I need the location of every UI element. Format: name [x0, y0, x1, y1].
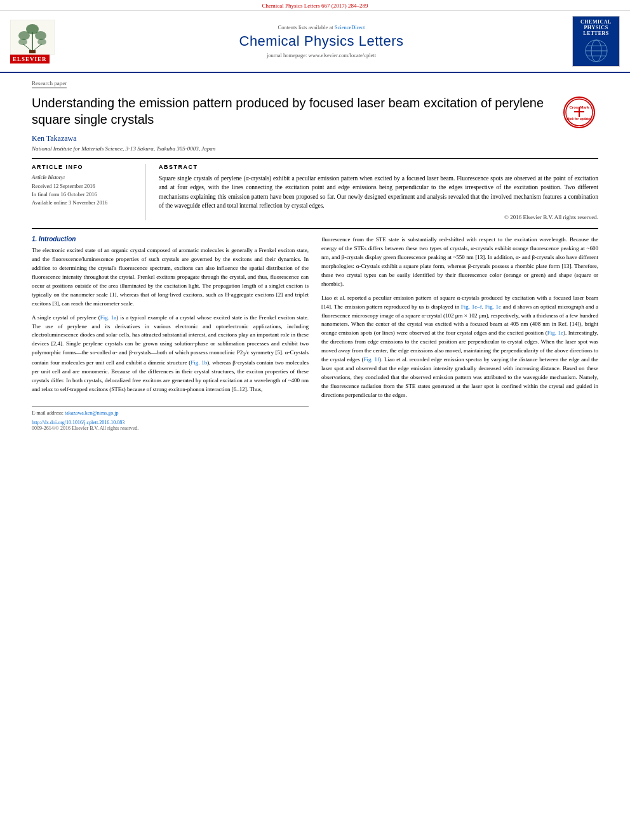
fig1a-link[interactable]: Fig. 1a [100, 314, 117, 321]
copyright-line: © 2016 Elsevier B.V. All rights reserved… [159, 214, 598, 220]
abstract-text: Square single crystals of perylene (α-cr… [159, 174, 598, 210]
introduction-heading: 1. Introduction [32, 236, 309, 243]
fig1c-link[interactable]: Fig. 1c–f [461, 303, 482, 310]
abstract-heading: ABSTRACT [159, 164, 598, 170]
article-history-label: Article history: [32, 174, 139, 180]
crossmark-badge: CrossMark click for updates [560, 95, 598, 130]
main-content: 1. Introduction The electronic excited s… [32, 228, 598, 431]
right-column: fluorescence from the STE state is subst… [321, 236, 598, 431]
svg-rect-9 [29, 50, 36, 53]
sciencedirect-link: Contents lists available at ScienceDirec… [80, 24, 563, 30]
doi-line: http://dx.doi.org/10.1016/j.cplett.2016.… [32, 420, 309, 425]
journal-title: Chemical Physics Letters [80, 33, 563, 50]
journal-citation: Chemical Physics Letters 667 (2017) 284–… [262, 3, 368, 9]
article-info-panel: ARTICLE INFO Article history: Received 1… [32, 164, 146, 220]
svg-point-4 [35, 31, 46, 40]
paper-type-label: Research paper [32, 80, 67, 88]
sciencedirect-anchor[interactable]: ScienceDirect [335, 24, 365, 30]
issn-line: 0009-2614/© 2016 Elsevier B.V. All right… [32, 425, 309, 431]
paper-title: Understanding the emission pattern produ… [32, 95, 598, 128]
journal-title-area: Contents lists available at ScienceDirec… [80, 24, 563, 58]
right-paragraph-2: Liao et al. reported a peculiar emission… [321, 294, 598, 400]
logo-line2: PHYSICS [584, 25, 608, 30]
logo-line3: LETTERS [583, 30, 608, 36]
elsevier-logo-area: ELSEVIER [10, 20, 80, 63]
crossmark-icon: CrossMark click for updates [563, 97, 595, 128]
fig1f-link[interactable]: Fig. 1f [364, 356, 379, 363]
svg-point-3 [18, 31, 30, 40]
fig1b-link[interactable]: Fig. 1b [191, 359, 207, 366]
content-area: Research paper Understanding the emissio… [0, 73, 630, 437]
final-form-date: In final form 16 October 2016 [32, 190, 139, 199]
journal-header: ELSEVIER Contents lists available at Sci… [0, 11, 630, 73]
email-label: E-mail address: [32, 410, 64, 416]
page: Chemical Physics Letters 667 (2017) 284–… [0, 0, 630, 840]
journal-sphere-icon [584, 38, 609, 63]
right-paragraph-1: fluorescence from the STE state is subst… [321, 236, 598, 289]
svg-text:click for updates: click for updates [566, 117, 592, 121]
elsevier-logo: ELSEVIER [10, 20, 80, 63]
author-name: Ken Takazawa [32, 134, 598, 143]
intro-paragraph-2: A single crystal of perylene (Fig. 1a) i… [32, 314, 309, 394]
journal-homepage: journal homepage: www.elsevier.com/locat… [80, 52, 563, 58]
footnote-area: E-mail address: takazawa.ken@nims.go.jp … [32, 406, 309, 430]
crossmark-svg: CrossMark click for updates [565, 98, 594, 127]
abstract-panel: ABSTRACT Square single crystals of peryl… [159, 164, 598, 220]
elsevier-wordmark: ELSEVIER [10, 55, 50, 63]
fig1e-link[interactable]: Fig. 1e [547, 330, 563, 336]
fig1c2-link[interactable]: Fig. 1c [485, 303, 501, 310]
journal-logo-right: CHEMICAL PHYSICS LETTERS [563, 16, 620, 67]
available-online-date: Available online 3 November 2016 [32, 199, 139, 207]
article-info-heading: ARTICLE INFO [32, 164, 139, 170]
left-column: 1. Introduction The electronic excited s… [32, 236, 309, 431]
doi-link[interactable]: http://dx.doi.org/10.1016/j.cplett.2016.… [32, 420, 124, 425]
elsevier-tree-icon [10, 20, 55, 55]
logo-line1: CHEMICAL [580, 19, 612, 25]
journal-citation-bar: Chemical Physics Letters 667 (2017) 284–… [0, 0, 630, 11]
journal-logo-box: CHEMICAL PHYSICS LETTERS [572, 16, 620, 67]
author-affiliation: National Institute for Materials Science… [32, 145, 598, 152]
article-info-abstract: ARTICLE INFO Article history: Received 1… [32, 158, 598, 220]
received-date: Received 12 September 2016 [32, 182, 139, 190]
email-link[interactable]: takazawa.ken@nims.go.jp [65, 410, 118, 416]
intro-paragraph-1: The electronic excited state of an organ… [32, 246, 309, 309]
email-footnote: E-mail address: takazawa.ken@nims.go.jp [32, 410, 309, 417]
